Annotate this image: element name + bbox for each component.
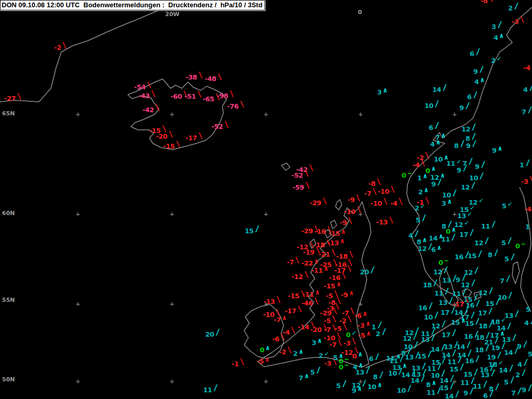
tendency-barb-icon: ✓	[457, 157, 460, 165]
station: -5∧	[358, 331, 370, 339]
tendency-barb-icon: \	[343, 322, 347, 331]
station-value: 12	[478, 289, 487, 297]
station: -10\	[344, 208, 361, 216]
station-value: 0	[402, 171, 406, 179]
station: 17/	[459, 231, 473, 238]
station: 12/	[474, 239, 488, 247]
station-value: 14	[456, 343, 465, 351]
tendency-barb-icon: /	[342, 379, 346, 389]
tendency-barb-icon: /	[379, 370, 383, 380]
station: 11/	[441, 235, 455, 243]
station-value: 11	[460, 379, 469, 387]
tendency-barb-icon: \	[218, 72, 222, 82]
station-value: -11	[311, 267, 323, 274]
tendency-barb-icon: ✓	[501, 316, 505, 324]
station-value: 6	[483, 392, 488, 399]
station: -3∧	[357, 322, 370, 329]
station: 20/	[205, 330, 219, 338]
station-value: -15	[328, 230, 340, 237]
station-value: 4	[494, 34, 498, 42]
station-value: -16	[314, 228, 326, 235]
station-value: -42	[142, 106, 154, 114]
station: -19\	[303, 248, 320, 256]
tendency-barb-icon: ∧	[498, 144, 502, 152]
tendency-barb-icon: ∧	[266, 344, 270, 352]
station-value: 8	[426, 381, 431, 389]
station: 9/	[473, 68, 483, 75]
tendency-barb-icon: \	[17, 92, 21, 101]
station: -46\	[301, 299, 318, 307]
station: 14/	[445, 392, 459, 399]
station-value: 9	[492, 147, 497, 154]
tendency-barb-icon: \	[309, 163, 313, 172]
station: 3∧	[312, 339, 322, 347]
tendency-barb-icon: ∧	[358, 350, 362, 358]
tendency-barb-icon: \	[281, 332, 285, 342]
tendency-barb-icon: ✓	[421, 202, 424, 210]
station-value: 20	[360, 268, 369, 276]
tendency-barb-icon: −	[445, 257, 448, 264]
tendency-barb-icon: \	[304, 270, 309, 280]
station-value: 11	[203, 386, 212, 394]
station-value: 15	[245, 227, 254, 235]
grid-label-20w: 20W	[165, 11, 179, 18]
tendency-barb-icon: \	[323, 196, 327, 206]
tendency-barb-icon: /	[517, 387, 521, 396]
station-value: 11	[481, 222, 490, 230]
grid-cross: +	[170, 377, 174, 385]
station-value: 5	[526, 305, 530, 313]
station: -6∧	[354, 312, 367, 320]
station-value: -5	[257, 357, 263, 365]
tendency-barb-icon: /	[527, 383, 531, 393]
station-value: -13	[263, 298, 275, 305]
station: 9/	[457, 166, 467, 174]
station: -4\	[523, 64, 532, 72]
station: -10\	[370, 200, 387, 207]
station: -27\	[4, 95, 21, 102]
station: 13/	[412, 370, 426, 378]
tendency-barb-icon: /	[437, 178, 441, 187]
station-value: -1	[232, 360, 238, 368]
station: 3∧	[377, 88, 387, 96]
tendency-barb-icon: /	[431, 333, 435, 342]
station-value: 5	[528, 350, 532, 358]
tendency-barb-icon: \	[425, 151, 429, 161]
tendency-barb-icon: \	[356, 193, 360, 203]
tendency-barb-icon: \	[155, 103, 159, 113]
tendency-barb-icon: ∧	[424, 186, 428, 194]
tendency-barb-icon: /	[428, 350, 432, 359]
station: -12\	[291, 273, 308, 281]
station: 9/	[466, 142, 476, 150]
tendency-barb-icon: \	[162, 124, 166, 134]
station: -2\	[279, 348, 291, 356]
station-value: 5	[502, 202, 507, 210]
station-value: -3	[343, 339, 350, 347]
station-value: 13	[438, 299, 447, 307]
tendency-barb-icon: /	[514, 346, 518, 355]
station-value: -38	[185, 73, 197, 81]
station: -29\	[310, 199, 326, 207]
station-value: -29	[320, 309, 331, 317]
tendency-barb-icon: /	[483, 380, 487, 389]
tendency-barb-icon: /	[433, 278, 437, 288]
station: 1∧	[417, 174, 427, 182]
coastline-greenland	[0, 0, 179, 102]
grid-cross: +	[358, 300, 363, 308]
station-value: 11	[446, 159, 455, 167]
station-value: 11	[441, 235, 450, 243]
station: 7/	[511, 389, 521, 397]
station-value: 16	[465, 357, 474, 365]
station: 14/	[432, 86, 446, 94]
station: -3\	[521, 178, 532, 185]
station: 0−	[339, 363, 349, 371]
tendency-barb-icon: /	[507, 236, 511, 246]
tendency-barb-icon: /	[441, 343, 445, 352]
grid-cross: +	[264, 110, 268, 118]
tendency-barb-icon: /	[475, 354, 480, 364]
station: 15/	[449, 365, 463, 373]
tendency-barb-icon: ∧	[378, 381, 381, 389]
grid-cross: +	[76, 210, 80, 218]
station: -9∧	[341, 291, 353, 299]
station-value: -54	[134, 83, 145, 91]
station-value: 0	[339, 363, 343, 371]
